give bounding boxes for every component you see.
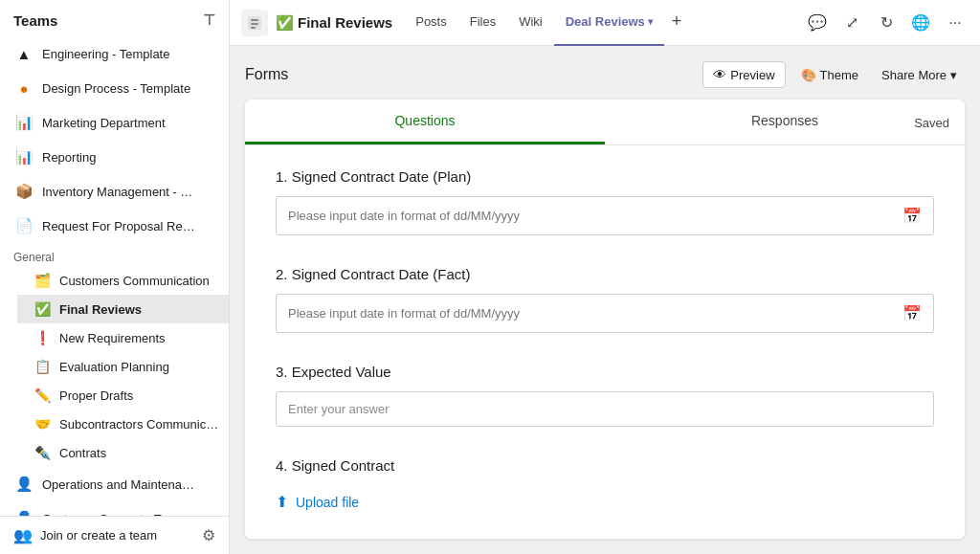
chat-icon[interactable]: 💬 [804, 10, 831, 36]
topbar-title: ✅ Final Reviews [276, 14, 392, 32]
teams-title: Teams [13, 12, 57, 29]
sidebar-item-label: Customers Communication [59, 274, 219, 288]
question-1: 1. Signed Contract Date (Plan) 📅 [276, 168, 934, 235]
join-create-label: Join or create a team [40, 528, 157, 543]
sidebar-footer[interactable]: 👥 Join or create a team ⚙ [0, 516, 229, 554]
sidebar-item-evaluation-planning[interactable]: 📋 Evaluation Planning [17, 352, 229, 381]
palette-icon: 🎨 [801, 68, 816, 82]
sidebar-item-operations[interactable]: 👤 Operations and Maintenance - ... ··· [0, 467, 229, 501]
chevron-up-icon: ▲ [13, 43, 34, 64]
calendar-icon-2[interactable]: 📅 [902, 304, 922, 322]
sidebar-item-contrats[interactable]: ✒️ Contrats [17, 438, 229, 467]
operations-icon: 👤 [13, 474, 34, 495]
question-2: 2. Signed Contract Date (Fact) 📅 [276, 266, 934, 333]
sidebar-item-label: Request For Proposal Response... [42, 219, 199, 233]
date-input-2[interactable] [288, 306, 902, 321]
calendar-icon-1[interactable]: 📅 [902, 207, 922, 225]
theme-button[interactable]: 🎨 Theme [793, 63, 866, 87]
topbar-app-icon [241, 10, 268, 36]
sidebar-item-customer-support[interactable]: 👤 Customer Support - Template ··· [0, 501, 229, 516]
globe-icon[interactable]: 🌐 [907, 10, 934, 36]
sidebar-item-marketing[interactable]: 📊 Marketing Department ··· [0, 105, 229, 140]
gear-icon[interactable]: ⚙ [202, 526, 215, 544]
preview-button[interactable]: 👁 Preview [702, 61, 785, 88]
filter-icon[interactable]: ⊤ [203, 11, 215, 29]
sidebar: Teams ⊤ ▲ Engineering - Template ··· ● D… [0, 0, 230, 554]
forms-title: Forms [245, 66, 288, 83]
question-3: 3. Expected Value [276, 364, 934, 427]
nav-item-deal-reviews[interactable]: Deal Reviews ▾ [554, 0, 664, 46]
share-more-button[interactable]: Share More ▾ [874, 63, 965, 87]
sidebar-item-customers-comm[interactable]: 🗂️ Customers Communication [17, 266, 229, 295]
sidebar-item-proper-drafts[interactable]: ✏️ Proper Drafts [17, 381, 229, 410]
design-process-icon: ● [13, 78, 34, 99]
tab-responses-label: Responses [751, 113, 818, 128]
sidebar-item-request-proposal[interactable]: 📄 Request For Proposal Response... ··· [0, 209, 229, 243]
nav-deal-reviews-label: Deal Reviews [566, 14, 645, 29]
expected-value-input[interactable] [276, 391, 934, 427]
add-tab-icon: + [672, 11, 682, 32]
sidebar-item-label: Operations and Maintenance - ... [42, 477, 199, 492]
customer-support-icon: 👤 [13, 508, 34, 516]
theme-label: Theme [820, 68, 858, 82]
preview-label: Preview [730, 68, 774, 82]
svg-rect-1 [251, 19, 258, 21]
proper-drafts-icon: ✏️ [33, 386, 52, 405]
sidebar-item-final-reviews[interactable]: ✅ Final Reviews [17, 295, 229, 323]
sidebar-item-inventory[interactable]: 📦 Inventory Management - Temp... ··· [0, 174, 229, 209]
question-2-number: 2. [276, 266, 288, 282]
nav-files-label: Files [470, 14, 496, 29]
topbar-actions: 💬 ⤢ ↻ 🌐 ··· [804, 10, 969, 36]
tab-responses[interactable]: Responses [605, 100, 965, 144]
subcontractors-icon: 🤝 [33, 414, 52, 433]
request-icon: 📄 [13, 215, 34, 236]
nav-item-posts[interactable]: Posts [404, 0, 458, 46]
sidebar-item-label: Subcontractors Communication [59, 417, 219, 432]
question-1-label: 1. Signed Contract Date (Plan) [276, 168, 934, 185]
add-team-icon: 👥 [13, 526, 33, 544]
date-input-1[interactable] [288, 209, 902, 223]
tab-questions[interactable]: Questions [245, 100, 605, 144]
tab-questions-label: Questions [394, 113, 455, 128]
sidebar-item-new-requirements[interactable]: ❗ New Requirements [17, 323, 229, 352]
nav-posts-label: Posts [415, 14, 447, 29]
question-2-date-input[interactable]: 📅 [276, 294, 934, 333]
question-1-date-input[interactable]: 📅 [276, 196, 934, 235]
sidebar-items: ▲ Engineering - Template ··· ● Design Pr… [0, 36, 229, 516]
form-tabs: Questions Responses Saved [245, 100, 965, 145]
sidebar-item-subcontractors[interactable]: 🤝 Subcontractors Communication [17, 410, 229, 438]
sidebar-item-reporting[interactable]: 📊 Reporting ··· [0, 140, 229, 174]
sub-items-group: 🗂️ Customers Communication ✅ Final Revie… [0, 266, 229, 467]
nav-add-button[interactable]: + [664, 0, 690, 46]
chevron-down-icon: ▾ [648, 16, 653, 27]
question-3-number: 3. [276, 364, 288, 380]
forms-header: Forms 👁 Preview 🎨 Theme Share More ▾ [245, 61, 965, 88]
final-reviews-icon: ✅ [33, 299, 52, 319]
topbar-nav: Posts Files Wiki Deal Reviews ▾ + [404, 0, 689, 46]
question-4-number: 4. [276, 457, 288, 474]
question-3-text: Expected Value [292, 364, 391, 380]
sidebar-item-label: Marketing Department [42, 116, 199, 130]
sidebar-item-label: Design Process - Template [42, 81, 199, 96]
sidebar-item-label: Final Reviews [59, 302, 219, 317]
sidebar-item-label: Engineering - Template [42, 47, 199, 61]
nav-item-wiki[interactable]: Wiki [507, 0, 554, 46]
refresh-icon[interactable]: ↻ [873, 10, 900, 36]
chevron-down-icon: ▾ [950, 68, 957, 82]
reporting-icon: 📊 [13, 146, 34, 167]
upload-file-button[interactable]: ⬆ Upload file [276, 485, 359, 519]
topbar-title-text: Final Reviews [298, 14, 392, 31]
share-more-label: Share More [881, 68, 947, 82]
nav-item-files[interactable]: Files [458, 0, 507, 46]
eye-icon: 👁 [713, 67, 726, 82]
question-3-label: 3. Expected Value [276, 364, 934, 380]
svg-rect-3 [251, 27, 256, 29]
sidebar-header: Teams ⊤ [0, 0, 229, 36]
question-4: 4. Signed Contract ⬆ Upload file [276, 457, 934, 519]
expand-icon[interactable]: ⤢ [838, 10, 865, 36]
sidebar-item-design-process[interactable]: ● Design Process - Template ··· [0, 71, 229, 105]
sidebar-item-label: Inventory Management - Temp... [42, 185, 199, 199]
marketing-icon: 📊 [13, 112, 34, 133]
more-options-icon[interactable]: ··· [942, 10, 969, 36]
sidebar-item-engineering[interactable]: ▲ Engineering - Template ··· [0, 36, 229, 71]
